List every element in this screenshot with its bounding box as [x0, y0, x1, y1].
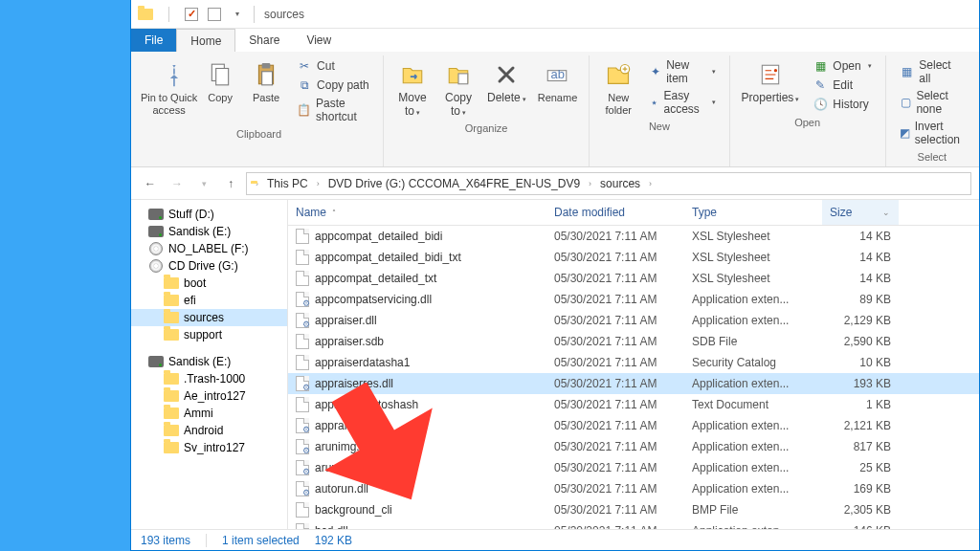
properties-qat[interactable]: ✓ [181, 4, 202, 25]
history-button[interactable]: 🕓History [809, 96, 875, 113]
properties-button[interactable]: Properties▾ [736, 55, 806, 107]
tree-item[interactable]: boot [131, 275, 287, 292]
tree-item[interactable]: Ammi [131, 405, 287, 422]
copyto-button[interactable]: Copy to▾ [435, 55, 481, 121]
tree-item[interactable]: Sandisk (E:) [131, 353, 287, 370]
cut-button[interactable]: ✂Cut [293, 57, 373, 75]
col-date[interactable]: Date modified [546, 200, 684, 225]
qat-dropdown[interactable]: ▾ [227, 4, 248, 25]
folder-icon [164, 441, 179, 454]
forward-button[interactable]: → [166, 172, 189, 195]
tree-item[interactable]: sources [131, 309, 287, 326]
copypath-button[interactable]: ⧉Copy path [293, 77, 373, 94]
file-row[interactable]: bcd.dll05/30/2021 7:11 AMApplication ext… [288, 520, 979, 529]
folder-qat-icon [135, 4, 156, 25]
tree-item[interactable]: support [131, 326, 287, 343]
tree-item[interactable]: efi [131, 292, 287, 309]
file-date: 05/30/2021 7:11 AM [546, 272, 684, 285]
pin-button[interactable]: Pin to Quick access [141, 55, 197, 118]
file-row[interactable]: appraiser.dll05/30/2021 7:11 AMApplicati… [288, 310, 979, 331]
tree-item[interactable]: Android [131, 422, 287, 439]
cd-icon [148, 259, 164, 273]
file-row[interactable]: arunres.dll05/30/2021 7:11 AMApplication… [288, 457, 979, 478]
up-button[interactable]: ↑ [219, 172, 242, 195]
file-row[interactable]: background_cli05/30/2021 7:11 AMBMP File… [288, 499, 979, 520]
drive-icon [148, 225, 164, 238]
back-button[interactable]: ← [139, 172, 162, 195]
pasteshortcut-button[interactable]: 📋Paste shortcut [293, 96, 373, 124]
file-name: bcd.dll [315, 524, 348, 529]
file-name: appraisersd toshash [315, 398, 418, 411]
copy-button[interactable]: Copy [197, 55, 243, 106]
tree-label: boot [184, 276, 206, 290]
edit-button[interactable]: ✎Edit [809, 77, 875, 94]
tree-item[interactable]: Sv_intro127 [131, 439, 287, 456]
newfolder-qat[interactable] [204, 4, 225, 25]
file-size: 14 KB [822, 251, 899, 264]
tree-label: Android [184, 424, 223, 437]
nav-tree[interactable]: Stuff (D:)Sandisk (E:)NO_LABEL (F:)CD Dr… [131, 200, 288, 529]
open-button[interactable]: ▦Open▾ [809, 57, 875, 75]
file-row[interactable]: appcompat_detailed_txt05/30/2021 7:11 AM… [288, 268, 979, 289]
breadcrumb-item[interactable]: DVD Drive (G:) CCCOMA_X64FRE_EN-US_DV9 [324, 177, 584, 190]
tree-label: support [184, 328, 222, 342]
file-row[interactable]: appraiser.sdb05/30/2021 7:11 AMSDB File2… [288, 331, 979, 352]
ribbon: Pin to Quick access Copy Paste ✂Cut ⧉Cop… [131, 52, 979, 167]
file-row[interactable]: appcompatservicing.dll05/30/2021 7:11 AM… [288, 289, 979, 310]
col-size[interactable]: Size⌄ [822, 200, 899, 225]
col-name[interactable]: Name˄ [288, 200, 546, 225]
file-row[interactable]: appraiserres.dll05/30/2021 7:11 AMApplic… [288, 373, 979, 394]
tab-home[interactable]: Home [176, 29, 235, 52]
tree-label: CD Drive (G:) [168, 259, 238, 273]
tree-item[interactable]: Stuff (D:) [131, 206, 287, 223]
tab-share[interactable]: Share [235, 29, 293, 52]
file-row[interactable]: appraiserwc.05/30/2021 7:11 AMApplicatio… [288, 415, 979, 436]
tree-item[interactable]: CD Drive (G:) [131, 257, 287, 275]
folder-icon [164, 424, 179, 437]
selectnone-button[interactable]: ▢Select none [896, 88, 969, 117]
cut-icon: ✂ [297, 58, 312, 74]
file-row[interactable]: autorun.dll05/30/2021 7:11 AMApplication… [288, 478, 979, 499]
newitem-button[interactable]: ✦New item▾ [645, 57, 719, 86]
file-list: Name˄ Date modified Type Size⌄ appcompat… [288, 200, 979, 529]
status-size: 192 KB [315, 534, 352, 547]
file-row[interactable]: appcompat_detailed_bidi_txt05/30/2021 7:… [288, 247, 979, 268]
tab-view[interactable]: View [293, 29, 345, 52]
delete-button[interactable]: Delete▾ [481, 55, 532, 107]
easyaccess-button[interactable]: ⭑Easy access▾ [645, 88, 719, 117]
paste-button[interactable]: Paste [243, 55, 289, 106]
file-icon [296, 481, 309, 496]
tree-label: NO_LABEL (F:) [168, 242, 249, 255]
folder-icon [164, 389, 179, 403]
selectall-button[interactable]: ▦Select all [896, 57, 969, 86]
file-date: 05/30/2021 7:11 AM [546, 377, 684, 390]
file-date: 05/30/2021 7:11 AM [546, 524, 684, 529]
drive-icon [148, 208, 164, 221]
tab-file[interactable]: File [131, 29, 176, 52]
rename-button[interactable]: ab Rename [532, 55, 584, 106]
breadcrumb-item[interactable]: sources [596, 177, 644, 190]
tree-item[interactable]: Sandisk (E:) [131, 223, 287, 240]
col-type[interactable]: Type [684, 200, 822, 225]
file-row[interactable]: appcompat_detailed_bidi05/30/2021 7:11 A… [288, 226, 979, 247]
file-type: Application exten... [684, 293, 822, 306]
recent-dropdown[interactable]: ▾ [192, 172, 215, 195]
moveto-button[interactable]: Move to▾ [390, 55, 435, 121]
tree-item[interactable]: NO_LABEL (F:) [131, 240, 287, 257]
tree-item[interactable]: Ae_intro127 [131, 387, 287, 405]
newfolder-button[interactable]: New folder [595, 55, 641, 118]
drive-icon [148, 355, 164, 368]
group-label-new: New [649, 119, 670, 134]
file-icon [296, 460, 309, 475]
file-row[interactable]: arunimg.dll05/30/2021 7:11 AMApplication… [288, 436, 979, 457]
tree-item[interactable]: .Trash-1000 [131, 370, 287, 387]
breadcrumb-item[interactable]: This PC [263, 177, 312, 190]
file-name: autorun.dll [315, 482, 368, 496]
tree-label: Sandisk (E:) [168, 225, 231, 238]
invert-button[interactable]: ◩Invert selection [896, 119, 969, 147]
breadcrumb[interactable]: › This PC› DVD Drive (G:) CCCOMA_X64FRE_… [246, 172, 971, 195]
file-rows: appcompat_detailed_bidi05/30/2021 7:11 A… [288, 226, 979, 529]
file-row[interactable]: appraisersd toshash05/30/2021 7:11 AMTex… [288, 394, 979, 415]
file-date: 05/30/2021 7:11 AM [546, 230, 684, 243]
file-row[interactable]: appraiserdatasha105/30/2021 7:11 AMSecur… [288, 352, 979, 373]
